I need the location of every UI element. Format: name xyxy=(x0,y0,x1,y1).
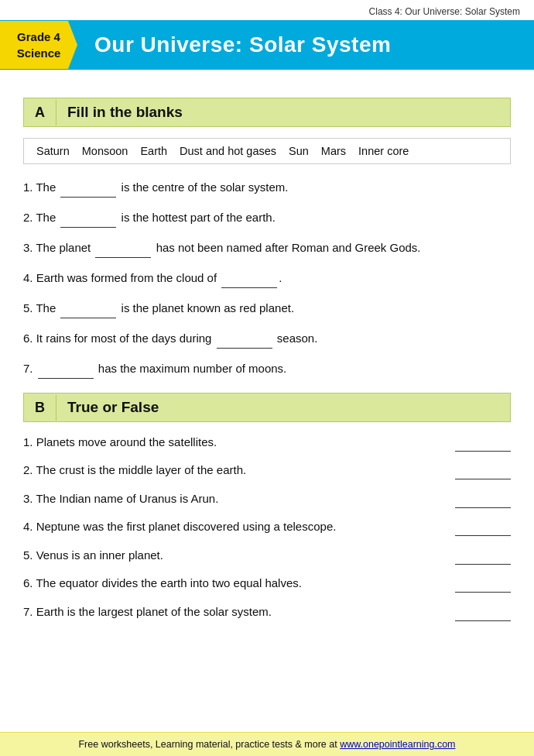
footer-text: Free worksheets, Learning material, prac… xyxy=(78,739,340,750)
true-false-list: 1. Planets move around the satellites. 2… xyxy=(23,433,511,621)
tf-item-5: 5. Venus is an inner planet. xyxy=(23,546,511,565)
tf-blank-5[interactable] xyxy=(455,546,511,565)
content-area: A Fill in the blanks Saturn Monsoon Eart… xyxy=(0,70,534,639)
question-3: 3. The planet has not been named after R… xyxy=(23,239,511,258)
tf-statement-7: 7. Earth is the largest planet of the so… xyxy=(23,603,443,621)
footer-link[interactable]: www.onepointlearning.com xyxy=(340,739,455,750)
word-bank: Saturn Monsoon Earth Dust and hot gases … xyxy=(23,138,511,164)
question-4: 4. Earth was formed from the cloud of . xyxy=(23,269,511,288)
tf-statement-6: 6. The equator divides the earth into tw… xyxy=(23,575,443,593)
tf-item-6: 6. The equator divides the earth into tw… xyxy=(23,575,511,593)
section-a-title: Fill in the blanks xyxy=(56,104,183,121)
section-a-header: A Fill in the blanks xyxy=(23,98,511,127)
title-bar: Grade 4 Science Our Universe: Solar Syst… xyxy=(0,20,534,70)
section-b-title: True or False xyxy=(56,399,159,416)
tf-blank-3[interactable] xyxy=(455,490,511,508)
tf-blank-7[interactable] xyxy=(455,603,511,621)
blank-5[interactable] xyxy=(60,299,116,318)
tf-statement-2: 2. The crust is the middle layer of the … xyxy=(23,462,443,479)
question-7: 7. has the maximum number of moons. xyxy=(23,359,511,379)
word-earth: Earth xyxy=(137,144,170,158)
tf-statement-5: 5. Venus is an inner planet. xyxy=(23,547,443,565)
page-title: Our Universe: Solar System xyxy=(77,33,391,57)
word-inner-core: Inner core xyxy=(355,144,412,158)
tf-statement-3: 3. The Indian name of Uranus is Arun. xyxy=(23,490,443,508)
footer: Free worksheets, Learning material, prac… xyxy=(0,732,534,756)
section-b-header: B True or False xyxy=(23,393,511,422)
tf-blank-2[interactable] xyxy=(455,462,511,480)
question-2: 2. The is the hottest part of the earth. xyxy=(23,208,511,228)
grade-badge: Grade 4 Science xyxy=(0,21,77,69)
word-sun: Sun xyxy=(286,144,312,158)
section-b-letter: B xyxy=(24,395,56,421)
tf-blank-1[interactable] xyxy=(455,433,511,452)
blank-3[interactable] xyxy=(95,239,151,258)
class-label: Class 4: Our Universe: Solar System xyxy=(0,0,534,20)
tf-blank-6[interactable] xyxy=(455,575,511,593)
word-saturn: Saturn xyxy=(33,144,73,158)
blank-2[interactable] xyxy=(60,208,116,228)
blank-1[interactable] xyxy=(60,178,116,198)
blank-4[interactable] xyxy=(221,269,277,288)
tf-item-7: 7. Earth is the largest planet of the so… xyxy=(23,603,511,621)
question-1: 1. The is the centre of the solar system… xyxy=(23,178,511,198)
word-mars: Mars xyxy=(318,144,349,158)
blank-7[interactable] xyxy=(38,359,94,379)
tf-item-4: 4. Neptune was the first planet discover… xyxy=(23,518,511,537)
blank-6[interactable] xyxy=(217,329,272,349)
word-monsoon: Monsoon xyxy=(79,144,132,158)
tf-item-3: 3. The Indian name of Uranus is Arun. xyxy=(23,490,511,508)
word-dust: Dust and hot gases xyxy=(176,144,279,158)
tf-statement-4: 4. Neptune was the first planet discover… xyxy=(23,518,443,536)
section-a-letter: A xyxy=(24,100,56,125)
tf-blank-4[interactable] xyxy=(455,518,511,537)
tf-statement-1: 1. Planets move around the satellites. xyxy=(23,434,443,452)
question-5: 5. The is the planet known as red planet… xyxy=(23,299,511,318)
tf-item-2: 2. The crust is the middle layer of the … xyxy=(23,462,511,480)
tf-item-1: 1. Planets move around the satellites. xyxy=(23,433,511,452)
question-6: 6. It rains for most of the days during … xyxy=(23,329,511,349)
fill-blanks-list: 1. The is the centre of the solar system… xyxy=(23,178,511,379)
